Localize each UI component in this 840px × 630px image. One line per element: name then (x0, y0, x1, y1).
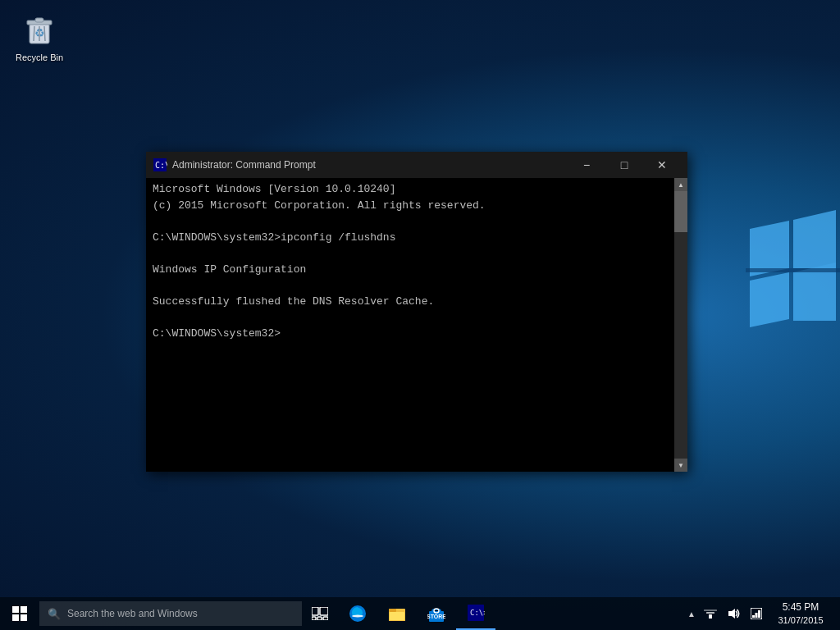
cmd-line-1: Microsoft Windows [Version 10.0.10240] (153, 181, 668, 198)
clock[interactable]: 5:45 PM 31/07/2015 (768, 597, 833, 630)
scroll-down-arrow[interactable]: ▼ (674, 459, 687, 472)
svg-rect-15 (12, 606, 19, 613)
svg-rect-37 (704, 609, 717, 611)
taskbar-file-explorer[interactable] (377, 597, 417, 630)
svg-marker-2 (750, 272, 789, 327)
action-center-icon[interactable] (745, 597, 768, 630)
cmd-line-9 (153, 309, 668, 326)
cmd-line-2: (c) 2015 Microsoft Corporation. All righ… (153, 198, 668, 214)
svg-rect-22 (317, 617, 322, 620)
svg-text:C:\>: C:\> (470, 609, 485, 617)
system-tray: ▲ (678, 597, 840, 630)
cmd-line-3 (153, 213, 668, 230)
search-placeholder-text: Search the web and Windows (67, 608, 198, 619)
svg-text:STORE: STORE (427, 614, 445, 619)
windows-logo-bg (742, 180, 840, 426)
svg-rect-41 (756, 613, 758, 618)
svg-rect-35 (709, 614, 712, 619)
svg-rect-42 (758, 610, 760, 618)
start-button[interactable] (0, 597, 39, 630)
cmd-window-icon: C:\ (153, 158, 167, 172)
tray-expand-button[interactable]: ▲ (684, 597, 699, 630)
titlebar-buttons: − □ ✕ (568, 152, 681, 178)
network-icon[interactable] (699, 597, 722, 630)
cmd-scrollbar[interactable]: ▲ ▼ (674, 178, 687, 472)
svg-rect-36 (706, 612, 714, 614)
scroll-up-arrow[interactable]: ▲ (674, 178, 687, 191)
svg-rect-29 (390, 612, 404, 620)
recycle-bin-image: ♻ (20, 10, 59, 49)
svg-rect-31 (434, 609, 439, 613)
svg-rect-19 (312, 607, 318, 615)
svg-point-25 (352, 615, 363, 618)
cmd-titlebar: C:\ Administrator: Command Prompt − □ ✕ (146, 152, 687, 178)
svg-marker-38 (728, 609, 735, 619)
recycle-bin-label: Recycle Bin (16, 52, 63, 62)
clock-date: 31/07/2015 (778, 614, 823, 626)
svg-rect-17 (12, 614, 19, 621)
svg-rect-16 (21, 606, 27, 613)
svg-rect-18 (21, 614, 27, 621)
task-view-button[interactable] (302, 597, 338, 630)
cmd-line-5 (153, 245, 668, 262)
taskbar-edge[interactable] (338, 597, 377, 630)
svg-line-9 (34, 26, 34, 41)
maximize-button[interactable]: □ (605, 152, 643, 178)
svg-rect-40 (752, 615, 755, 618)
scrollbar-thumb[interactable] (674, 191, 687, 232)
svg-rect-4 (746, 268, 840, 272)
taskbar-apps: STORE C:\> (338, 597, 678, 630)
cmd-line-8: Successfully flushed the DNS Resolver Ca… (153, 294, 668, 310)
cmd-title-text: Administrator: Command Prompt (172, 159, 568, 171)
svg-marker-0 (750, 221, 789, 276)
cmd-line-10: C:\WINDOWS\system32> (153, 326, 668, 342)
clock-time: 5:45 PM (783, 601, 819, 614)
taskbar-store[interactable]: STORE (417, 597, 456, 630)
cmd-line-6: Windows IP Configuration (153, 262, 668, 278)
taskbar-cmd[interactable]: C:\> (456, 597, 495, 630)
svg-rect-7 (35, 18, 43, 22)
close-button[interactable]: ✕ (643, 152, 681, 178)
desktop: ♻ Recycle Bin C:\ Administrator: Command… (0, 0, 840, 630)
cmd-content: Microsoft Windows [Version 10.0.10240] (… (146, 178, 687, 472)
svg-text:C:\: C:\ (155, 161, 167, 170)
svg-rect-21 (312, 617, 316, 620)
cmd-window: C:\ Administrator: Command Prompt − □ ✕ … (146, 152, 687, 472)
search-box[interactable]: 🔍 Search the web and Windows (39, 601, 302, 626)
recycle-bin-icon[interactable]: ♻ Recycle Bin (7, 7, 72, 66)
cmd-text-area[interactable]: Microsoft Windows [Version 10.0.10240] (… (146, 178, 674, 472)
svg-rect-28 (389, 609, 396, 612)
taskbar: 🔍 Search the web and Windows (0, 597, 840, 630)
cmd-line-4: C:\WINDOWS\system32>ipconfig /flushdns (153, 230, 668, 246)
cmd-line-7 (153, 277, 668, 294)
svg-rect-23 (323, 617, 328, 620)
svg-marker-1 (793, 210, 836, 268)
svg-line-11 (44, 26, 45, 41)
search-icon: 🔍 (48, 608, 61, 620)
minimize-button[interactable]: − (568, 152, 605, 178)
scrollbar-track[interactable] (674, 191, 687, 459)
volume-icon[interactable] (722, 597, 745, 630)
svg-rect-20 (320, 607, 328, 615)
